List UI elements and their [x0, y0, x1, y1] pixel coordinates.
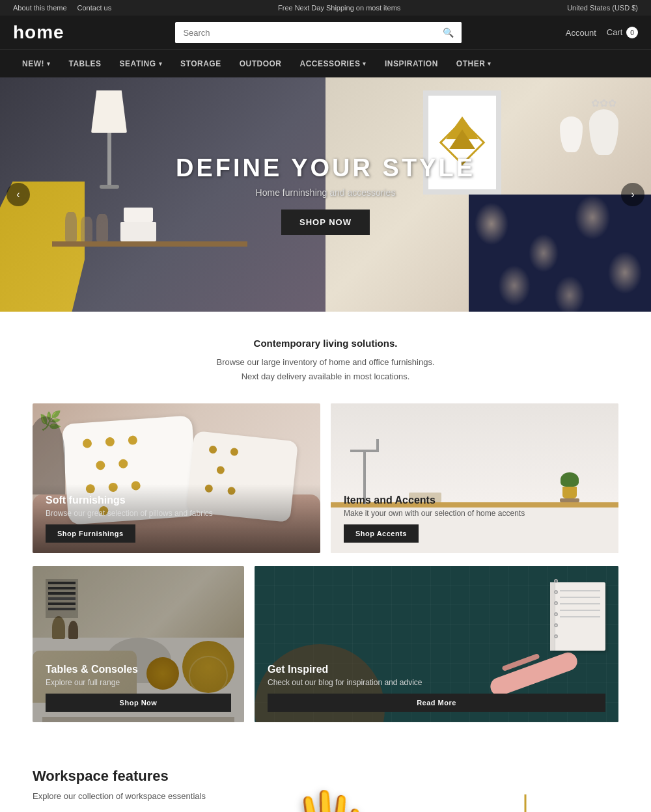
cart-count: 0 — [626, 27, 638, 38]
hero-section: ✿✿✿ DEFINE YOUR STYLE Home furninshing a… — [0, 77, 651, 312]
intro-title: Contemporary living solutions. — [13, 338, 638, 349]
logo[interactable]: home — [13, 22, 72, 43]
inspired-overlay: Get Inspired Check out our blog for insp… — [255, 566, 618, 722]
hand-sculpture-icon: 🖐 — [277, 787, 374, 812]
chevron-down-icon: ▾ — [363, 61, 367, 67]
workspace-section: Workspace features Explore our collectio… — [0, 742, 651, 812]
search-button[interactable]: 🔍 — [435, 22, 462, 43]
cart-link[interactable]: Cart 0 — [607, 27, 638, 38]
hero-prev-button[interactable]: ‹ — [7, 183, 30, 206]
nav-tables[interactable]: TABLES — [60, 50, 111, 77]
main-nav: NEW! ▾ TABLES SEATING ▾ STORAGE OUTDOOR … — [0, 49, 651, 77]
hero-cta-button[interactable]: SHOP NOW — [281, 210, 370, 235]
soft-furnishings-button[interactable]: Shop Furnishings — [46, 524, 135, 543]
accents-desc: Make it your own with our selection of h… — [344, 509, 605, 518]
workspace-product-lamp — [432, 768, 618, 812]
inspired-card: Get Inspired Check out our blog for insp… — [255, 566, 618, 722]
accents-label: Items and Accents — [344, 494, 605, 506]
top-bar-links: About this theme Contact us — [13, 4, 111, 12]
inspired-desc: Check out our blog for inspiration and a… — [268, 678, 605, 687]
hero-title: DEFINE YOUR STYLE — [176, 154, 475, 182]
promo-text: Free Next Day Shipping on most items — [278, 4, 400, 12]
nav-inspiration[interactable]: INSPIRATION — [376, 50, 447, 77]
tables-button[interactable]: Shop Now — [46, 694, 231, 712]
tables-label: Tables & Consoles — [46, 664, 231, 675]
inspired-label: Get Inspired — [268, 664, 605, 675]
soft-furnishings-card: 🌿 Soft furnishings Browse our great sele… — [33, 403, 320, 553]
chevron-down-icon: ▾ — [47, 61, 51, 67]
nav-outdoor[interactable]: OUTDOOR — [230, 50, 291, 77]
chevron-down-icon: ▾ — [159, 61, 163, 67]
tables-desc: Explore our full range — [46, 678, 231, 687]
workspace-title: Workspace features — [33, 768, 219, 785]
soft-furnishings-overlay: Soft furnishings Browse our great select… — [33, 484, 320, 553]
nav-accessories[interactable]: ACCESSORIES ▾ — [291, 50, 376, 77]
intro-section: Contemporary living solutions. Browse ou… — [0, 312, 651, 403]
hero-subtitle: Home furninshing and accessories — [176, 187, 475, 198]
search-icon: 🔍 — [443, 27, 454, 38]
hero-content: DEFINE YOUR STYLE Home furninshing and a… — [176, 154, 475, 235]
nav-storage[interactable]: STORAGE — [171, 50, 230, 77]
chevron-down-icon: ▾ — [488, 61, 492, 67]
workspace-text: Workspace features Explore our collectio… — [33, 768, 219, 812]
account-link[interactable]: Account — [566, 28, 596, 38]
workspace-desc: Explore our collection of workspace esse… — [33, 790, 219, 804]
nav-seating[interactable]: SEATING ▾ — [111, 50, 171, 77]
search-bar: 🔍 — [175, 22, 462, 43]
accents-card: Items and Accents Make it your own with … — [331, 403, 618, 553]
collections-grid: 🌿 Soft furnishings Browse our great sele… — [0, 403, 651, 566]
contact-link[interactable]: Contact us — [77, 4, 112, 12]
inspired-button[interactable]: Read More — [268, 694, 605, 712]
header-actions: Account Cart 0 — [566, 27, 638, 38]
search-input[interactable] — [175, 23, 435, 43]
hero-next-button[interactable]: › — [621, 183, 644, 206]
nav-new[interactable]: NEW! ▾ — [13, 50, 60, 77]
intro-text: Browse our large inventory of home and o… — [13, 355, 638, 384]
top-bar: About this theme Contact us Free Next Da… — [0, 0, 651, 16]
accents-overlay: Items and Accents Make it your own with … — [331, 484, 618, 553]
cart-label: Cart — [607, 27, 623, 37]
nav-other[interactable]: OTHER ▾ — [447, 50, 501, 77]
accents-button[interactable]: Shop Accents — [344, 524, 419, 543]
tables-overlay: Tables & Consoles Explore our full range… — [33, 566, 244, 722]
tables-card: Tables & Consoles Explore our full range… — [33, 566, 244, 722]
workspace-product-hand: 🖐 — [232, 768, 419, 812]
region-selector[interactable]: United States (USD $) — [567, 4, 638, 12]
collections-bottom-grid: Tables & Consoles Explore our full range… — [0, 566, 651, 742]
soft-furnishings-desc: Browse our great selection of pillows an… — [46, 509, 307, 518]
soft-furnishings-label: Soft furnishings — [46, 494, 307, 506]
about-link[interactable]: About this theme — [13, 4, 67, 12]
header: home 🔍 Account Cart 0 — [0, 16, 651, 49]
